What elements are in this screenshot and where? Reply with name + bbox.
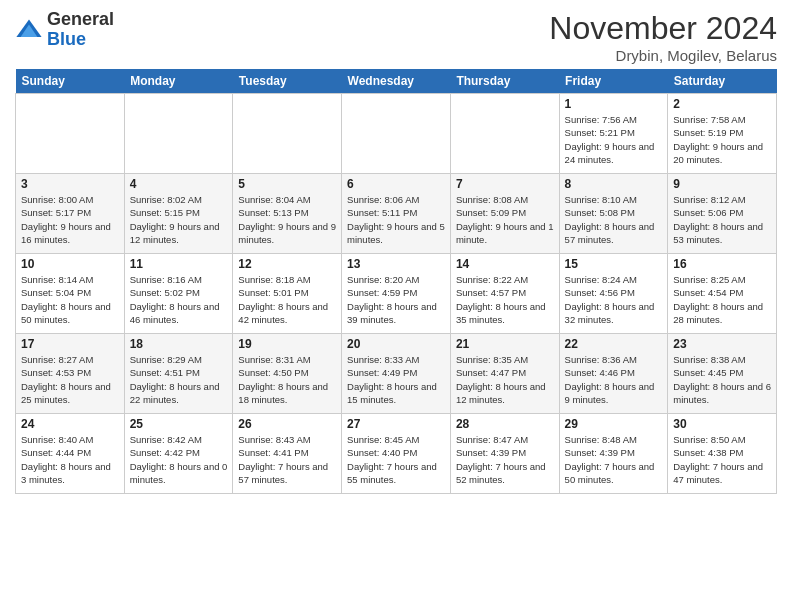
day-info: Sunrise: 7:56 AM Sunset: 5:21 PM Dayligh… bbox=[565, 113, 663, 166]
calendar-cell: 19Sunrise: 8:31 AM Sunset: 4:50 PM Dayli… bbox=[233, 334, 342, 414]
calendar-cell: 14Sunrise: 8:22 AM Sunset: 4:57 PM Dayli… bbox=[450, 254, 559, 334]
day-info: Sunrise: 8:40 AM Sunset: 4:44 PM Dayligh… bbox=[21, 433, 119, 486]
day-info: Sunrise: 8:48 AM Sunset: 4:39 PM Dayligh… bbox=[565, 433, 663, 486]
day-info: Sunrise: 8:16 AM Sunset: 5:02 PM Dayligh… bbox=[130, 273, 228, 326]
logo-general: General bbox=[47, 9, 114, 29]
week-row-1: 1Sunrise: 7:56 AM Sunset: 5:21 PM Daylig… bbox=[16, 94, 777, 174]
weekday-header-tuesday: Tuesday bbox=[233, 69, 342, 94]
calendar-table: SundayMondayTuesdayWednesdayThursdayFrid… bbox=[15, 69, 777, 494]
day-info: Sunrise: 8:08 AM Sunset: 5:09 PM Dayligh… bbox=[456, 193, 554, 246]
day-number: 18 bbox=[130, 337, 228, 351]
day-info: Sunrise: 8:45 AM Sunset: 4:40 PM Dayligh… bbox=[347, 433, 445, 486]
day-number: 23 bbox=[673, 337, 771, 351]
day-info: Sunrise: 8:27 AM Sunset: 4:53 PM Dayligh… bbox=[21, 353, 119, 406]
day-number: 6 bbox=[347, 177, 445, 191]
calendar-cell: 13Sunrise: 8:20 AM Sunset: 4:59 PM Dayli… bbox=[342, 254, 451, 334]
calendar-cell bbox=[124, 94, 233, 174]
calendar-cell: 8Sunrise: 8:10 AM Sunset: 5:08 PM Daylig… bbox=[559, 174, 668, 254]
day-number: 1 bbox=[565, 97, 663, 111]
month-title: November 2024 bbox=[549, 10, 777, 47]
day-number: 27 bbox=[347, 417, 445, 431]
calendar-cell bbox=[16, 94, 125, 174]
calendar-cell bbox=[233, 94, 342, 174]
day-number: 21 bbox=[456, 337, 554, 351]
weekday-header-thursday: Thursday bbox=[450, 69, 559, 94]
calendar-cell: 20Sunrise: 8:33 AM Sunset: 4:49 PM Dayli… bbox=[342, 334, 451, 414]
calendar-cell: 1Sunrise: 7:56 AM Sunset: 5:21 PM Daylig… bbox=[559, 94, 668, 174]
logo-blue: Blue bbox=[47, 29, 86, 49]
day-info: Sunrise: 8:47 AM Sunset: 4:39 PM Dayligh… bbox=[456, 433, 554, 486]
day-number: 20 bbox=[347, 337, 445, 351]
day-number: 7 bbox=[456, 177, 554, 191]
day-info: Sunrise: 8:25 AM Sunset: 4:54 PM Dayligh… bbox=[673, 273, 771, 326]
calendar-cell: 9Sunrise: 8:12 AM Sunset: 5:06 PM Daylig… bbox=[668, 174, 777, 254]
weekday-header-saturday: Saturday bbox=[668, 69, 777, 94]
weekday-header-sunday: Sunday bbox=[16, 69, 125, 94]
day-number: 17 bbox=[21, 337, 119, 351]
day-info: Sunrise: 8:12 AM Sunset: 5:06 PM Dayligh… bbox=[673, 193, 771, 246]
calendar-cell: 15Sunrise: 8:24 AM Sunset: 4:56 PM Dayli… bbox=[559, 254, 668, 334]
calendar-cell: 29Sunrise: 8:48 AM Sunset: 4:39 PM Dayli… bbox=[559, 414, 668, 494]
day-number: 3 bbox=[21, 177, 119, 191]
day-number: 14 bbox=[456, 257, 554, 271]
calendar-cell bbox=[342, 94, 451, 174]
calendar-cell: 7Sunrise: 8:08 AM Sunset: 5:09 PM Daylig… bbox=[450, 174, 559, 254]
day-number: 13 bbox=[347, 257, 445, 271]
day-number: 10 bbox=[21, 257, 119, 271]
calendar-cell: 17Sunrise: 8:27 AM Sunset: 4:53 PM Dayli… bbox=[16, 334, 125, 414]
day-info: Sunrise: 7:58 AM Sunset: 5:19 PM Dayligh… bbox=[673, 113, 771, 166]
day-number: 28 bbox=[456, 417, 554, 431]
weekday-header-monday: Monday bbox=[124, 69, 233, 94]
day-info: Sunrise: 8:00 AM Sunset: 5:17 PM Dayligh… bbox=[21, 193, 119, 246]
day-number: 15 bbox=[565, 257, 663, 271]
day-info: Sunrise: 8:24 AM Sunset: 4:56 PM Dayligh… bbox=[565, 273, 663, 326]
calendar-cell: 27Sunrise: 8:45 AM Sunset: 4:40 PM Dayli… bbox=[342, 414, 451, 494]
header: General Blue November 2024 Drybin, Mogil… bbox=[15, 10, 777, 64]
day-info: Sunrise: 8:22 AM Sunset: 4:57 PM Dayligh… bbox=[456, 273, 554, 326]
day-number: 16 bbox=[673, 257, 771, 271]
calendar-cell: 4Sunrise: 8:02 AM Sunset: 5:15 PM Daylig… bbox=[124, 174, 233, 254]
calendar-cell: 16Sunrise: 8:25 AM Sunset: 4:54 PM Dayli… bbox=[668, 254, 777, 334]
calendar-cell: 18Sunrise: 8:29 AM Sunset: 4:51 PM Dayli… bbox=[124, 334, 233, 414]
day-info: Sunrise: 8:06 AM Sunset: 5:11 PM Dayligh… bbox=[347, 193, 445, 246]
calendar-cell: 23Sunrise: 8:38 AM Sunset: 4:45 PM Dayli… bbox=[668, 334, 777, 414]
calendar-cell: 21Sunrise: 8:35 AM Sunset: 4:47 PM Dayli… bbox=[450, 334, 559, 414]
day-info: Sunrise: 8:04 AM Sunset: 5:13 PM Dayligh… bbox=[238, 193, 336, 246]
day-number: 4 bbox=[130, 177, 228, 191]
title-block: November 2024 Drybin, Mogilev, Belarus bbox=[549, 10, 777, 64]
day-info: Sunrise: 8:35 AM Sunset: 4:47 PM Dayligh… bbox=[456, 353, 554, 406]
day-info: Sunrise: 8:29 AM Sunset: 4:51 PM Dayligh… bbox=[130, 353, 228, 406]
week-row-2: 3Sunrise: 8:00 AM Sunset: 5:17 PM Daylig… bbox=[16, 174, 777, 254]
day-number: 24 bbox=[21, 417, 119, 431]
day-info: Sunrise: 8:33 AM Sunset: 4:49 PM Dayligh… bbox=[347, 353, 445, 406]
calendar-cell: 28Sunrise: 8:47 AM Sunset: 4:39 PM Dayli… bbox=[450, 414, 559, 494]
day-info: Sunrise: 8:31 AM Sunset: 4:50 PM Dayligh… bbox=[238, 353, 336, 406]
day-number: 26 bbox=[238, 417, 336, 431]
calendar-cell: 26Sunrise: 8:43 AM Sunset: 4:41 PM Dayli… bbox=[233, 414, 342, 494]
calendar-cell bbox=[450, 94, 559, 174]
day-info: Sunrise: 8:43 AM Sunset: 4:41 PM Dayligh… bbox=[238, 433, 336, 486]
day-number: 9 bbox=[673, 177, 771, 191]
weekday-header-row: SundayMondayTuesdayWednesdayThursdayFrid… bbox=[16, 69, 777, 94]
day-number: 29 bbox=[565, 417, 663, 431]
day-info: Sunrise: 8:10 AM Sunset: 5:08 PM Dayligh… bbox=[565, 193, 663, 246]
calendar-cell: 10Sunrise: 8:14 AM Sunset: 5:04 PM Dayli… bbox=[16, 254, 125, 334]
day-info: Sunrise: 8:20 AM Sunset: 4:59 PM Dayligh… bbox=[347, 273, 445, 326]
week-row-5: 24Sunrise: 8:40 AM Sunset: 4:44 PM Dayli… bbox=[16, 414, 777, 494]
week-row-4: 17Sunrise: 8:27 AM Sunset: 4:53 PM Dayli… bbox=[16, 334, 777, 414]
week-row-3: 10Sunrise: 8:14 AM Sunset: 5:04 PM Dayli… bbox=[16, 254, 777, 334]
logo-icon bbox=[15, 16, 43, 44]
day-info: Sunrise: 8:50 AM Sunset: 4:38 PM Dayligh… bbox=[673, 433, 771, 486]
logo-text: General Blue bbox=[47, 10, 114, 50]
calendar-cell: 25Sunrise: 8:42 AM Sunset: 4:42 PM Dayli… bbox=[124, 414, 233, 494]
day-info: Sunrise: 8:14 AM Sunset: 5:04 PM Dayligh… bbox=[21, 273, 119, 326]
location-subtitle: Drybin, Mogilev, Belarus bbox=[549, 47, 777, 64]
calendar-cell: 3Sunrise: 8:00 AM Sunset: 5:17 PM Daylig… bbox=[16, 174, 125, 254]
day-number: 5 bbox=[238, 177, 336, 191]
day-info: Sunrise: 8:02 AM Sunset: 5:15 PM Dayligh… bbox=[130, 193, 228, 246]
calendar-cell: 11Sunrise: 8:16 AM Sunset: 5:02 PM Dayli… bbox=[124, 254, 233, 334]
day-info: Sunrise: 8:18 AM Sunset: 5:01 PM Dayligh… bbox=[238, 273, 336, 326]
day-info: Sunrise: 8:38 AM Sunset: 4:45 PM Dayligh… bbox=[673, 353, 771, 406]
weekday-header-friday: Friday bbox=[559, 69, 668, 94]
day-number: 11 bbox=[130, 257, 228, 271]
